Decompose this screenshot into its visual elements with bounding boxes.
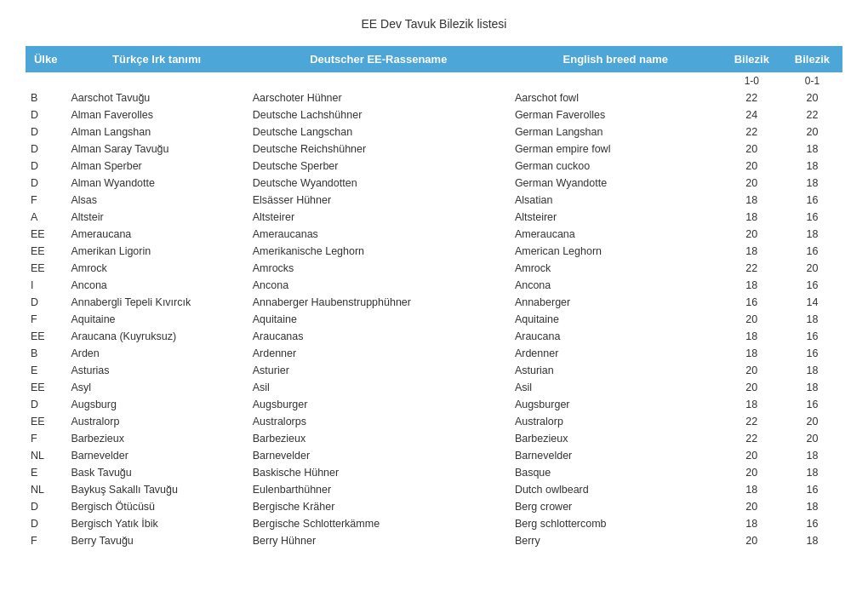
table-row: DBergisch Yatık İbikBergische Schlotterk…	[26, 515, 842, 532]
table-cell: Deutsche Wyandotten	[248, 175, 510, 192]
main-table: Ülke Türkçe Irk tanımı Deutscher EE-Rass…	[26, 46, 842, 549]
table-cell: American Leghorn	[510, 243, 722, 260]
table-cell: D	[26, 175, 66, 192]
table-cell: Bergische Schlotterkämme	[248, 515, 510, 532]
table-cell: 20	[782, 430, 842, 447]
table-row: DAnnabergli Tepeli KıvırcıkAnnaberger Ha…	[26, 294, 842, 311]
table-row: EEAustralorpAustralorpsAustralorp2220	[26, 413, 842, 430]
table-cell: 18	[722, 345, 782, 362]
table-cell: 16	[782, 515, 842, 532]
table-cell: 18	[782, 362, 842, 379]
table-row: DAlman FaverollesDeutsche LachshühnerGer…	[26, 106, 842, 123]
table-cell: Elsässer Hühner	[248, 192, 510, 209]
table-cell: Baykuş Sakallı Tavuğu	[66, 481, 247, 498]
table-cell: Annabergli Tepeli Kıvırcık	[66, 294, 247, 311]
table-cell: 20	[722, 498, 782, 515]
table-cell: Deutsche Reichshühner	[248, 141, 510, 158]
table-cell: I	[26, 277, 66, 294]
sub-header-bilezik1: 1-0	[722, 72, 782, 89]
table-cell: Barbezieux	[510, 430, 722, 447]
table-cell: E	[26, 362, 66, 379]
table-cell: Altsteirer	[248, 209, 510, 226]
table-cell: Augsburger	[248, 396, 510, 413]
table-cell: German Wyandotte	[510, 175, 722, 192]
table-cell: EE	[26, 413, 66, 430]
table-cell: Aquitaine	[66, 311, 247, 328]
table-cell: Barbezieux	[66, 430, 247, 447]
table-cell: 20	[722, 447, 782, 464]
table-cell: Altsteirer	[510, 209, 722, 226]
table-cell: EE	[26, 243, 66, 260]
table-cell: D	[26, 106, 66, 123]
table-cell: 22	[722, 413, 782, 430]
table-cell: EE	[26, 379, 66, 396]
table-cell: Dutch owlbeard	[510, 481, 722, 498]
table-cell: NL	[26, 447, 66, 464]
table-cell: 18	[722, 192, 782, 209]
table-cell: Ameraucanas	[248, 226, 510, 243]
sub-header-german	[248, 72, 510, 89]
table-cell: 18	[722, 209, 782, 226]
sub-header-bilezik2: 0-1	[782, 72, 842, 89]
table-cell: Aarschot fowl	[510, 89, 722, 106]
table-cell: F	[26, 430, 66, 447]
table-cell: Deutsche Langschan	[248, 123, 510, 141]
table-cell: 18	[722, 243, 782, 260]
table-cell: 20	[722, 532, 782, 549]
table-cell: 16	[722, 294, 782, 311]
header-bilezik2: Bilezik	[782, 46, 842, 72]
table-row: FAquitaineAquitaineAquitaine2018	[26, 311, 842, 328]
table-row: DAlman Saray TavuğuDeutsche Reichshühner…	[26, 141, 842, 158]
table-cell: EE	[26, 260, 66, 277]
table-cell: Berg schlottercomb	[510, 515, 722, 532]
page-title: EE Dev Tavuk Bilezik listesi	[26, 17, 842, 31]
table-row: FBerry TavuğuBerry HühnerBerry2018	[26, 532, 842, 549]
table-cell: Barnevelder	[248, 447, 510, 464]
table-cell: Australorp	[510, 413, 722, 430]
table-row: EEAsylAsilAsil2018	[26, 379, 842, 396]
table-row: DAlman SperberDeutsche SperberGerman cuc…	[26, 158, 842, 175]
table-cell: B	[26, 89, 66, 106]
table-row: NLBarnevelderBarnevelderBarnevelder2018	[26, 447, 842, 464]
table-cell: D	[26, 158, 66, 175]
table-cell: Amrock	[510, 260, 722, 277]
header-bilezik1: Bilezik	[722, 46, 782, 72]
table-row: DAlman LangshanDeutsche LangschanGerman …	[26, 123, 842, 141]
table-cell: Berry Hühner	[248, 532, 510, 549]
table-row: BArdenArdennerArdenner1816	[26, 345, 842, 362]
table-cell: Annaberger	[510, 294, 722, 311]
table-cell: 16	[782, 192, 842, 209]
table-cell: Amerikanische Leghorn	[248, 243, 510, 260]
table-row: DAlman WyandotteDeutsche WyandottenGerma…	[26, 175, 842, 192]
table-cell: 16	[782, 481, 842, 498]
table-cell: 16	[782, 328, 842, 345]
table-cell: 18	[782, 379, 842, 396]
sub-header-ulke	[26, 72, 66, 89]
table-cell: Alman Faverolles	[66, 106, 247, 123]
table-cell: 16	[782, 209, 842, 226]
table-cell: German Langshan	[510, 123, 722, 141]
table-cell: 18	[782, 175, 842, 192]
table-cell: Araucanas	[248, 328, 510, 345]
table-cell: D	[26, 123, 66, 141]
table-cell: Ancona	[510, 277, 722, 294]
table-cell: Amrocks	[248, 260, 510, 277]
table-cell: D	[26, 294, 66, 311]
table-row: EBask TavuğuBaskische HühnerBasque2018	[26, 464, 842, 481]
table-cell: Asturias	[66, 362, 247, 379]
table-cell: Asil	[510, 379, 722, 396]
table-cell: A	[26, 209, 66, 226]
table-cell: 16	[782, 243, 842, 260]
table-cell: 18	[722, 396, 782, 413]
table-cell: D	[26, 515, 66, 532]
table-cell: Aarschoter Hühner	[248, 89, 510, 106]
table-cell: 18	[782, 532, 842, 549]
table-cell: 16	[782, 345, 842, 362]
table-cell: Barnevelder	[510, 447, 722, 464]
table-cell: Australorp	[66, 413, 247, 430]
table-cell: Alman Langshan	[66, 123, 247, 141]
table-cell: NL	[26, 481, 66, 498]
table-cell: Ancona	[248, 277, 510, 294]
table-cell: Berry Tavuğu	[66, 532, 247, 549]
table-cell: German Faverolles	[510, 106, 722, 123]
